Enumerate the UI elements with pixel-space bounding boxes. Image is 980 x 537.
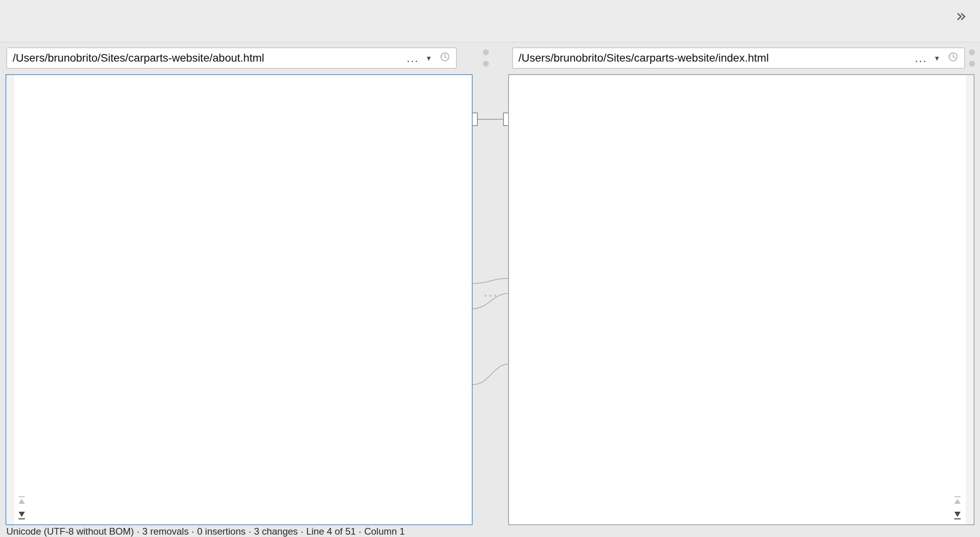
right-code-area[interactable] xyxy=(509,75,966,524)
ellipsis-icon[interactable]: ... xyxy=(915,56,927,60)
toolbar-overflow-button[interactable]: » xyxy=(956,7,967,24)
right-file-path-field[interactable]: /Users/brunobrito/Sites/carparts-website… xyxy=(512,47,965,69)
diff-connector-gap xyxy=(473,74,508,525)
zoom-window-button[interactable] xyxy=(43,13,52,23)
left-editor-pane[interactable] xyxy=(6,74,473,525)
right-change-nav xyxy=(952,494,963,521)
right-editor-pane[interactable] xyxy=(508,74,974,525)
window-edge-handle[interactable] xyxy=(969,49,975,67)
minimize-window-button[interactable] xyxy=(28,13,37,23)
path-splitter-handle[interactable] xyxy=(483,49,489,67)
next-change-button[interactable] xyxy=(952,509,963,521)
history-icon[interactable] xyxy=(439,51,450,66)
previous-change-button[interactable] xyxy=(952,494,963,506)
right-file-path[interactable]: /Users/brunobrito/Sites/carparts-website… xyxy=(513,52,915,64)
left-file-path-field[interactable]: /Users/brunobrito/Sites/carparts-website… xyxy=(6,47,457,69)
left-code-area[interactable] xyxy=(14,75,472,524)
previous-change-button[interactable] xyxy=(16,494,28,506)
status-bar: Unicode (UTF-8 without BOM) · 3 removals… xyxy=(0,526,980,537)
traffic-lights xyxy=(13,13,52,23)
ellipsis-icon[interactable]: ... xyxy=(407,56,419,60)
path-row: /Users/brunobrito/Sites/carparts-website… xyxy=(0,42,980,74)
toolbar: » xyxy=(0,0,980,42)
left-change-overview-scrollbar[interactable] xyxy=(6,75,14,524)
chevron-down-icon[interactable]: ▾ xyxy=(427,53,431,63)
close-window-button[interactable] xyxy=(13,13,22,23)
history-icon[interactable] xyxy=(947,51,959,66)
left-file-path[interactable]: /Users/brunobrito/Sites/carparts-website… xyxy=(7,52,407,64)
right-change-overview-scrollbar[interactable] xyxy=(966,75,974,524)
next-change-button[interactable] xyxy=(16,509,28,521)
gap-splitter-dots xyxy=(484,295,496,297)
chevron-down-icon[interactable]: ▾ xyxy=(935,53,939,63)
left-change-nav xyxy=(16,494,28,521)
